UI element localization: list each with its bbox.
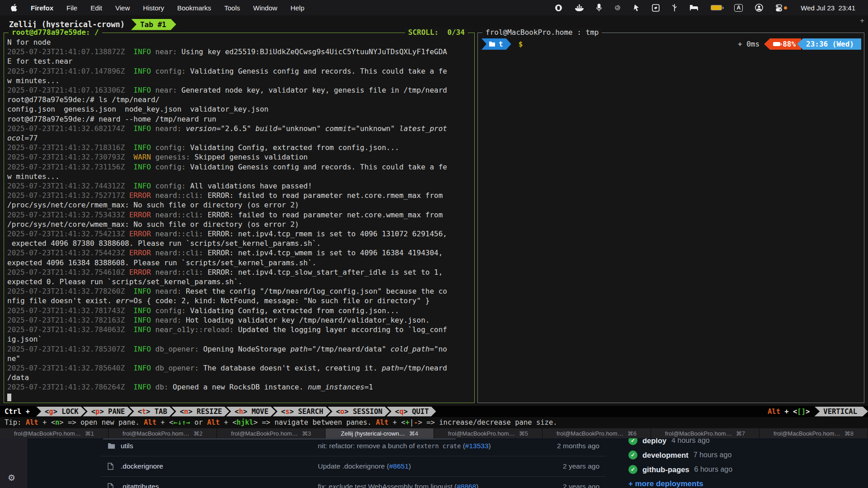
file-name[interactable]: utils (121, 442, 256, 450)
branch-icon[interactable] (672, 4, 677, 12)
prompt-directory-segment: t (481, 38, 511, 50)
new-tab-button[interactable]: + (860, 15, 864, 25)
prompt-cwd: t (499, 40, 503, 48)
log-segment: =77 (25, 134, 38, 142)
microphone-icon[interactable] (596, 4, 602, 12)
deployment-name[interactable]: deploy (642, 438, 666, 445)
keybind-lock: <g> LOCK (36, 407, 86, 417)
log-segment: db_opener: (151, 364, 203, 372)
commit-message: nit: refactor: remove a bunch of extern … (256, 442, 548, 450)
deployment-name[interactable]: development (642, 451, 689, 460)
log-line: ig.json` (7, 334, 474, 344)
log-segment: ERROR: failed to read parameter net.core… (208, 191, 443, 200)
zellij-keybind-bar: Ctrl + <g> LOCK<p> PANE<t> TAB<n> RESIZE… (0, 406, 868, 417)
log-segment: neard: (151, 316, 186, 324)
file-name[interactable]: .gitattributes (121, 483, 256, 488)
menu-item-file[interactable]: File (66, 4, 77, 12)
terminal-tab-8[interactable]: frol@MacBookPro.hom…⌘8 (760, 428, 868, 438)
menu-item-bookmarks[interactable]: Bookmarks (177, 4, 211, 12)
pr-link[interactable]: #8651 (389, 462, 409, 470)
log-segment: INFO (133, 67, 151, 75)
menu-item-help[interactable]: Help (290, 4, 304, 12)
log-segment: ne" (7, 354, 20, 363)
log-line: 2025-07-23T21:41:32.744312Z INFO config:… (7, 181, 474, 191)
log-line: 2025-07-23T21:41:32.782163Z INFO neard: … (7, 315, 474, 325)
log-segment: expected 4096 16384 8388608. Please run … (7, 258, 316, 267)
log-segment: 2025-07-23T21:41:32.754213Z (7, 230, 129, 238)
log-line: 2025-07-23T21:41:07.163306Z INFO near: G… (7, 85, 474, 95)
zellij-tab-1[interactable]: Tab #1 (131, 19, 176, 30)
bed-icon[interactable] (689, 5, 698, 11)
record-icon[interactable] (555, 4, 562, 12)
check-circle-icon: ✓ (628, 465, 637, 474)
deployment-name[interactable]: github-pages (642, 465, 689, 474)
menu-bar-clock[interactable]: Wed Jul 23 23:41 (801, 4, 855, 12)
log-segment: E for test.near (7, 57, 73, 66)
tab-shortcut: ⌘5 (519, 430, 528, 437)
menu-item-history[interactable]: History (143, 4, 164, 12)
battery-segment: 88% (764, 38, 801, 50)
log-segment: ocol (7, 134, 25, 142)
log-segment: Reset the config "/tmp/neard/log_config.… (186, 287, 447, 296)
close-bracket: > (806, 408, 810, 416)
keybind-key: p (95, 408, 99, 416)
log-line: root@d778a97e59de:/# ls /tmp/neard/ (7, 95, 474, 104)
log-segment: The database doesn't exist, creating it. (203, 364, 382, 372)
log-segment: Skipped genesis validation (194, 153, 307, 161)
screenshare-icon[interactable] (652, 4, 660, 12)
terminal-tab-2[interactable]: frol@MacBookPro.hom…⌘2 (108, 428, 217, 438)
bracket: > (404, 408, 412, 416)
log-line: 2025-07-23T21:41:32.682174Z INFO neard: … (7, 124, 474, 133)
docker-icon[interactable] (575, 4, 584, 12)
deployment-age: 4 hours ago (671, 438, 710, 445)
terminal-tab-5[interactable]: frol@MacBookPro.hom…⌘5 (434, 428, 542, 438)
keybind-resize: <n> RESIZE (171, 407, 229, 417)
right-terminal-pane[interactable]: frol@MacBookPro.home : tmp t $ + 0ms 88%… (477, 33, 864, 403)
pointer-icon[interactable] (633, 4, 640, 12)
pr-link[interactable]: #8868 (457, 483, 476, 488)
log-segment: 2025-07-23T21:41:32.718316Z (7, 143, 133, 152)
toggle-icon[interactable] (775, 4, 787, 12)
file-row-gitattributes[interactable]: .gitattributesfix: exclude test WebAssem… (100, 476, 606, 488)
terminal-tab-4[interactable]: Zellij (hysterical-crown…⌘4 (326, 428, 434, 438)
log-segment: 2025-07-23T21:41:32.781743Z (7, 306, 133, 315)
settings-gear-icon[interactable]: ⚙ (8, 473, 15, 483)
folder-icon (108, 443, 115, 449)
bracket: > (188, 408, 197, 416)
log-line: 2025-07-23T21:41:32.752717Z ERROR neard:… (7, 191, 474, 200)
battery-percent: 88% (783, 40, 796, 48)
account-icon[interactable] (755, 4, 763, 12)
log-line: E for test.near (7, 56, 474, 66)
terminal-tab-6[interactable]: frol@MacBookPro.hom…⌘6 (542, 428, 651, 438)
more-deployments-link[interactable]: + more deployments (628, 479, 818, 488)
log-segment: All validations have passed! (190, 182, 312, 190)
log-segment: neard::cli: (151, 249, 208, 257)
log-segment: Using key ed25519:BJiUdkZeQCwsg9s4UicC5Y… (181, 47, 447, 56)
menu-item-tools[interactable]: Tools (224, 4, 240, 12)
file-row-dockerignore[interactable]: .dockerignoreUpdate .dockerignore (#8651… (100, 456, 606, 476)
input-source-icon[interactable]: A (734, 4, 743, 12)
menu-item-view[interactable]: View (115, 4, 130, 12)
pr-link[interactable]: #13533 (465, 442, 489, 450)
terminal-tab-1[interactable]: frol@MacBookPro.hom…⌘1 (0, 428, 108, 438)
log-segment: Opening NodeStorage (203, 345, 290, 353)
menu-item-edit[interactable]: Edit (90, 4, 102, 12)
file-name[interactable]: .dockerignore (121, 462, 256, 470)
menu-item-app[interactable]: Firefox (31, 4, 53, 12)
deployment-age: 7 hours ago (693, 451, 732, 459)
battery-icon[interactable] (711, 5, 722, 10)
file-row-utils[interactable]: utilsnit: refactor: remove a bunch of ex… (100, 438, 606, 456)
open-bracket: < (793, 408, 797, 416)
tip-segment: Alt (26, 418, 38, 427)
menu-item-window[interactable]: Window (253, 4, 277, 12)
log-line: config.json genesis.json node_key.json v… (7, 104, 474, 114)
terminal-tab-3[interactable]: frol@MacBookPro.hom…⌘3 (217, 428, 326, 438)
log-segment: Opened a new RocksDB instance. (173, 383, 308, 391)
left-terminal-pane[interactable]: root@d778a97e59de: / SCROLL: 0/34 N for … (4, 33, 475, 403)
log-segment: /proc/sys/net/core/rmem_max: No such fil… (7, 201, 299, 209)
terminal-tab-7[interactable]: frol@MacBookPro.hom…⌘7 (651, 428, 760, 438)
log-segment: WARN (133, 153, 151, 161)
swirl-icon[interactable] (614, 4, 621, 11)
apple-menu-icon[interactable] (11, 4, 19, 12)
tab-label: frol@MacBookPro.hom… (774, 430, 840, 437)
